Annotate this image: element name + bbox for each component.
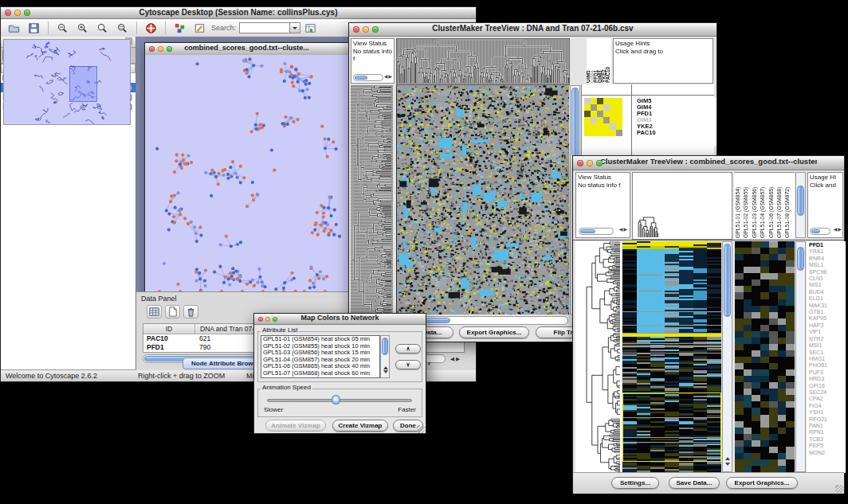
matrix-cell	[597, 98, 603, 104]
top-vscrollbar[interactable]	[795, 172, 806, 238]
scroll-down-icon[interactable]	[383, 370, 388, 376]
zoom-window-icon[interactable]	[24, 10, 30, 16]
close-icon[interactable]	[353, 26, 359, 33]
zoom-window-icon[interactable]	[167, 46, 172, 52]
gene-label: PFD1	[809, 242, 846, 248]
attribute-listbox[interactable]: GPL51-01 (GSM854) heat shock 05 minGPL51…	[261, 335, 380, 378]
settings-button[interactable]: Settings...	[611, 477, 659, 489]
row-dendrogram[interactable]	[351, 85, 393, 315]
zoom-window-icon[interactable]	[372, 26, 379, 33]
help-lifebuoy-button[interactable]	[141, 20, 161, 36]
minimize-icon[interactable]	[587, 160, 593, 166]
similarity-matrix[interactable]	[584, 98, 622, 136]
close-icon[interactable]	[149, 46, 155, 52]
minimize-icon[interactable]	[265, 317, 270, 322]
scrollbar-thumb[interactable]	[571, 88, 579, 158]
scrollbar-arrows[interactable]: ◀▶	[619, 226, 628, 234]
close-icon[interactable]	[5, 10, 11, 16]
move-up-button[interactable]: ∧	[395, 344, 421, 354]
resize-grip[interactable]	[835, 485, 843, 493]
matrix-cell	[603, 111, 610, 117]
export-graphics-button[interactable]: Export Graphics...	[459, 326, 529, 338]
save-session-button[interactable]	[24, 20, 44, 36]
import-table-button[interactable]	[300, 20, 320, 36]
dialog-titlebar[interactable]: Map Colors to Network	[254, 314, 426, 325]
scroll-up-icon[interactable]	[725, 455, 730, 460]
annotation-button[interactable]	[190, 20, 210, 36]
vizmap-button[interactable]	[170, 20, 190, 36]
search-dropdown-button[interactable]	[290, 22, 300, 33]
zoom-window-icon[interactable]	[596, 160, 603, 166]
minimize-icon[interactable]	[363, 26, 369, 33]
matrix-cell	[616, 130, 622, 136]
network-tree-area[interactable]	[1, 111, 135, 370]
zoom-vscroll[interactable]	[795, 241, 806, 472]
usage-hints-panel: Usage Hints Click and drag to	[613, 38, 713, 84]
table-icon[interactable]	[147, 305, 162, 318]
heatmap[interactable]	[396, 85, 569, 315]
zoom-selected-region-button[interactable]	[112, 20, 132, 36]
column-label: GPL51-08 (GSM872)	[783, 173, 791, 238]
animate-vizmap-button[interactable]: Animate Vizmap	[265, 420, 326, 432]
heatmap-vscrollbar[interactable]	[722, 241, 732, 472]
heatmap[interactable]	[622, 241, 721, 472]
network-canvas[interactable]	[145, 55, 348, 298]
minimize-icon[interactable]	[14, 10, 21, 16]
cell-id: PFD1	[143, 343, 194, 352]
hscrollbar[interactable]	[353, 74, 383, 81]
scrollbar-thumb[interactable]	[797, 247, 804, 271]
row-dendrogram[interactable]	[575, 241, 622, 472]
zoom-out-button[interactable]	[53, 20, 73, 36]
view-status-title: View Status	[353, 40, 392, 48]
minimize-icon[interactable]	[158, 46, 163, 52]
column-dendrogram[interactable]	[632, 172, 732, 240]
scrollbar-arrows[interactable]: ◀▶	[450, 356, 461, 362]
list-vscrollbar[interactable]	[380, 335, 390, 378]
chevron-down-icon	[292, 27, 297, 32]
scrollbar-thumb[interactable]	[797, 186, 804, 216]
delete-icon[interactable]	[183, 305, 198, 318]
edge-attribute-browser-tab-fragment[interactable]: r	[428, 360, 430, 367]
matrix-cell	[591, 98, 597, 104]
scroll-down-icon[interactable]	[725, 463, 730, 468]
export-graphics-button[interactable]: Export Graphics...	[726, 477, 798, 489]
close-icon[interactable]	[258, 317, 263, 322]
resize-grip[interactable]	[417, 425, 425, 433]
column-dendrogram[interactable]	[396, 38, 570, 85]
open-session-button[interactable]	[4, 20, 24, 36]
move-down-button[interactable]: ∨	[395, 360, 421, 369]
view-status-title: View Status	[578, 174, 628, 182]
gene-labels: GIM5GIM4PFD1GIM3YKE2PAC10	[634, 97, 716, 146]
scrollbar-thumb[interactable]	[724, 244, 731, 317]
scrollbar-arrows[interactable]: ◀▶	[384, 73, 393, 81]
view-status-panel: View Status No status info f ◀▶	[351, 38, 395, 84]
matrix-cell	[610, 123, 616, 130]
zoom-in-button[interactable]	[73, 20, 92, 36]
matrix-cell	[616, 117, 622, 123]
column-header-id[interactable]: ID	[143, 324, 195, 334]
zoom-heatmap[interactable]	[735, 241, 795, 472]
create-vizmap-button[interactable]: Create Vizmap	[332, 420, 388, 432]
treeview1-titlebar[interactable]: ClusterMaker TreeView : DNA and Tran 07-…	[349, 23, 716, 37]
hscrollbar[interactable]	[810, 228, 830, 235]
matrix-cell	[584, 98, 591, 104]
gene-list: PFD1YRA1RNR4MSL1SPC98CLN1NIS1BUD4ELG1MAK…	[807, 241, 846, 473]
scroll-up-icon[interactable]	[383, 364, 388, 369]
scrollbar-arrows[interactable]: ◀▶	[834, 226, 842, 234]
save-data-button[interactable]: Save Data...	[669, 477, 720, 489]
speed-slider-thumb[interactable]	[332, 395, 340, 404]
zoom-fit-button[interactable]	[92, 20, 112, 36]
close-icon[interactable]	[577, 160, 583, 166]
scrollbar-thumb[interactable]	[382, 338, 388, 355]
search-input[interactable]	[239, 22, 290, 33]
network-view-window-1[interactable]: combined_scores_good.txt--cluste...	[144, 42, 349, 299]
network-overview-thumbnail[interactable]	[3, 39, 131, 125]
new-document-icon[interactable]	[165, 305, 180, 318]
attribute-list-item[interactable]: GPL51-07 (GSM868) heat shock 60 min	[263, 370, 379, 377]
zoom-window-icon[interactable]	[273, 317, 277, 322]
treeview2-titlebar[interactable]: ClusterMaker TreeView : combined_scores_…	[573, 156, 844, 170]
status-text: Welcome to Cytoscape 2.6.2	[6, 372, 97, 380]
netwin1-titlebar[interactable]: combined_scores_good.txt--cluste...	[145, 43, 348, 56]
hscrollbar[interactable]	[579, 228, 614, 235]
main-titlebar[interactable]: Cytoscape Desktop (Session Name: collins…	[1, 7, 476, 19]
